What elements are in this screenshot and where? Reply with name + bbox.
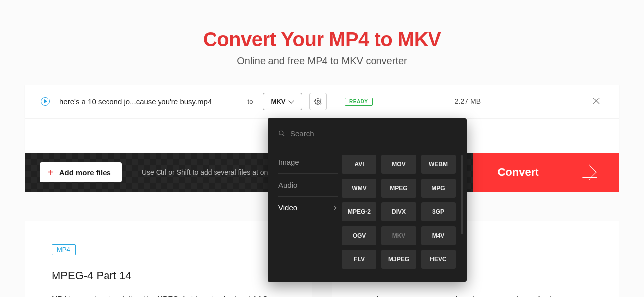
arrow-right-icon — [581, 164, 596, 180]
dropdown-category-video[interactable]: Video — [278, 197, 338, 219]
page-subtitle: Online and free MP4 to MKV converter — [25, 55, 619, 67]
format-option-mpeg-2[interactable]: MPEG-2 — [342, 202, 376, 221]
format-title-mp4: MPEG-4 Part 14 — [52, 269, 285, 282]
gear-icon — [314, 98, 322, 105]
convert-label: Convert — [497, 166, 538, 179]
to-label: to — [238, 98, 263, 105]
format-option-divx[interactable]: DIVX — [381, 202, 416, 221]
page-title: Convert Your MP4 to MKV — [25, 28, 619, 50]
tip-text: Use Ctrl or Shift to add several files a… — [142, 168, 275, 176]
format-option-webm[interactable]: WEBM — [421, 155, 456, 174]
format-option-wmv[interactable]: WMV — [342, 179, 376, 198]
format-select[interactable]: MKV — [263, 93, 302, 110]
format-option-ogv[interactable]: OGV — [342, 226, 376, 245]
chevron-down-icon — [289, 98, 294, 103]
file-size: 2.27 MB — [455, 98, 481, 105]
file-row: here's a 10 second jo...cause you're bus… — [25, 85, 619, 118]
format-option-mov[interactable]: MOV — [381, 155, 416, 174]
dropdown-categories: ImageAudioVideo — [278, 155, 338, 269]
add-more-label: Add more files — [59, 168, 111, 177]
format-option-mjpeg[interactable]: MJPEG — [381, 250, 416, 269]
hero: Convert Your MP4 to MKV Online and free … — [25, 3, 619, 67]
close-icon — [592, 97, 600, 105]
format-desc-mp4: MP4 is an extension defined by MPEG-4 vi… — [52, 293, 285, 297]
format-select-label: MKV — [271, 98, 286, 105]
svg-point-0 — [317, 100, 319, 102]
status-badge: READY — [345, 98, 373, 106]
dropdown-category-label: Audio — [278, 181, 297, 189]
svg-point-3 — [279, 131, 283, 135]
dropdown-search-input[interactable] — [290, 129, 456, 138]
dropdown-format-grid: AVIMOVWEBMWMVMPEGMPGMPEG-2DIVX3GPOGVMKVM… — [342, 155, 456, 269]
add-more-files-button[interactable]: + Add more files — [40, 162, 122, 182]
dropdown-search-row — [278, 129, 456, 144]
format-option-hevc[interactable]: HEVC — [421, 250, 456, 269]
format-option-m4v[interactable]: M4V — [421, 226, 456, 245]
file-name: here's a 10 second jo...cause you're bus… — [59, 98, 238, 106]
plus-icon: + — [48, 167, 54, 177]
settings-button[interactable] — [309, 93, 327, 110]
format-option-mpg[interactable]: MPG — [421, 179, 456, 198]
format-option-mkv[interactable]: MKV — [381, 226, 416, 245]
format-option-flv[interactable]: FLV — [342, 250, 376, 269]
dropdown-scrollbar[interactable] — [461, 155, 463, 234]
format-option-avi[interactable]: AVI — [342, 155, 376, 174]
dropdown-category-label: Video — [278, 203, 297, 212]
format-badge-mp4: MP4 — [52, 244, 76, 255]
search-icon — [278, 130, 285, 137]
dropdown-category-label: Image — [278, 158, 299, 166]
format-dropdown: ImageAudioVideo AVIMOVWEBMWMVMPEGMPGMPEG… — [268, 118, 467, 282]
play-icon[interactable] — [41, 97, 50, 106]
dropdown-category-audio[interactable]: Audio — [278, 174, 338, 197]
convert-button[interactable]: Convert — [473, 153, 619, 192]
dropdown-category-image[interactable]: Image — [278, 155, 338, 174]
format-desc-mkv: MKV is an open source container that can… — [359, 294, 592, 297]
chevron-right-icon — [332, 205, 336, 209]
format-option-3gp[interactable]: 3GP — [421, 202, 456, 221]
format-option-mpeg[interactable]: MPEG — [381, 179, 416, 198]
remove-file-button[interactable] — [590, 94, 603, 109]
svg-line-4 — [283, 134, 285, 136]
